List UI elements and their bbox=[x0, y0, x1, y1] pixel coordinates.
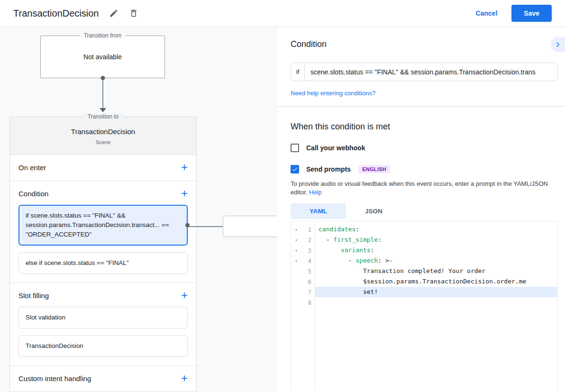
editor-gutter-row: 6 bbox=[291, 276, 315, 287]
slot-item[interactable]: TransactionDecision bbox=[18, 335, 188, 357]
scene-name: TransactionDecision bbox=[18, 128, 189, 136]
transition-from-node[interactable]: Transition from Not available bbox=[40, 36, 165, 78]
if-label: if bbox=[291, 63, 305, 81]
editor-line[interactable] bbox=[315, 297, 557, 308]
fold-toggle-icon[interactable]: ▾ bbox=[291, 248, 301, 253]
panel-title: Condition bbox=[291, 27, 558, 49]
yaml-text: - bbox=[319, 236, 333, 243]
webhook-label: Call your webhook bbox=[306, 144, 365, 152]
condition-item-selected[interactable]: if scene.slots.status == "FINAL" && sess… bbox=[18, 205, 188, 246]
chevron-right-icon bbox=[554, 40, 562, 49]
editor-line[interactable]: variants: bbox=[315, 245, 557, 255]
webhook-checkbox[interactable] bbox=[291, 144, 299, 152]
editor-code[interactable]: candidates: - first_simple: variants: - … bbox=[315, 221, 557, 390]
collapse-panel-button[interactable] bbox=[551, 37, 565, 52]
check-icon bbox=[292, 166, 298, 173]
webhook-row: Call your webhook bbox=[291, 144, 558, 152]
editor-line[interactable]: - first_simple: bbox=[315, 235, 557, 245]
add-custom-intent-button[interactable]: + bbox=[181, 374, 188, 383]
tab-json[interactable]: JSON bbox=[346, 203, 401, 219]
condition-expression-group: if bbox=[291, 63, 558, 81]
save-button[interactable]: Save bbox=[511, 5, 552, 22]
slot-item-text: TransactionDecision bbox=[26, 342, 83, 349]
line-number: 3 bbox=[301, 247, 315, 254]
line-number: 2 bbox=[301, 237, 315, 244]
yaml-editor[interactable]: ▾1▾2▾3▾45678 candidates: - first_simple:… bbox=[291, 221, 558, 390]
yaml-text: set! bbox=[319, 288, 378, 295]
editor-line[interactable]: set! bbox=[315, 287, 557, 297]
on-enter-header: On enter + bbox=[18, 163, 188, 172]
slot-filling-label: Slot filling bbox=[18, 292, 49, 300]
editor-gutter-row: 7 bbox=[291, 287, 315, 297]
editor-gutter: ▾1▾2▾3▾45678 bbox=[291, 221, 315, 390]
yaml-key: first_simple bbox=[333, 236, 378, 243]
line-number: 5 bbox=[301, 268, 315, 275]
scene-type: Scene bbox=[18, 139, 189, 145]
editor-gutter-row: ▾2 bbox=[291, 235, 315, 245]
yaml-text: : bbox=[355, 226, 359, 233]
fold-toggle-icon[interactable]: ▾ bbox=[291, 227, 301, 232]
editor-line[interactable]: $session.params.TransactionDecision.orde… bbox=[315, 276, 557, 287]
condition-detail-panel: Condition if Need help entering conditio… bbox=[277, 27, 565, 392]
transition-to-label: Transition to bbox=[84, 113, 123, 120]
condition-help-link[interactable]: Need help entering conditions? bbox=[291, 90, 375, 97]
yaml-text: $session.params.TransactionDecision.orde… bbox=[319, 278, 526, 285]
yaml-key: candidates bbox=[319, 226, 355, 233]
yaml-text bbox=[319, 246, 341, 254]
scene-node-header[interactable]: TransactionDecision Scene bbox=[10, 117, 196, 155]
panel-divider bbox=[277, 106, 565, 107]
slot-filling-header: Slot filling + bbox=[18, 291, 188, 300]
editor-tabs: YAML JSON bbox=[291, 203, 558, 219]
condition-text: else if scene.slots.status == "FINAL" bbox=[26, 259, 128, 266]
editor-gutter-row: 8 bbox=[291, 297, 315, 308]
condition-item[interactable]: else if scene.slots.status == "FINAL" bbox=[18, 252, 188, 274]
custom-intent-section: Custom intent handling + bbox=[10, 365, 196, 392]
editor-line[interactable]: - speech: >- bbox=[315, 255, 557, 266]
transition-target-node[interactable] bbox=[223, 216, 277, 237]
editor-gutter-row: ▾4 bbox=[291, 255, 315, 266]
on-enter-label: On enter bbox=[18, 164, 46, 172]
condition-label: Condition bbox=[18, 190, 48, 198]
send-prompts-checkbox[interactable] bbox=[291, 165, 299, 173]
editor-line[interactable]: Transaction completed! Your order bbox=[315, 266, 557, 276]
transition-from-label: Transition from bbox=[80, 32, 126, 39]
pencil-icon bbox=[109, 9, 118, 18]
cancel-button[interactable]: Cancel bbox=[475, 9, 497, 17]
fold-toggle-icon[interactable]: ▾ bbox=[291, 258, 301, 264]
yaml-text: : bbox=[371, 246, 374, 254]
condition-help-row: Need help entering conditions? bbox=[291, 89, 558, 97]
add-on-enter-button[interactable]: + bbox=[181, 163, 188, 172]
condition-connector-line bbox=[189, 226, 223, 227]
custom-intent-header: Custom intent handling + bbox=[18, 374, 188, 383]
line-number: 8 bbox=[301, 299, 315, 306]
yaml-text: : bbox=[378, 236, 382, 243]
add-slot-button[interactable]: + bbox=[181, 291, 188, 300]
header: TransactionDecision Cancel Save bbox=[0, 0, 565, 27]
line-number: 6 bbox=[301, 278, 315, 285]
yaml-text: : >- bbox=[378, 257, 392, 264]
condition-header: Condition + bbox=[18, 189, 188, 198]
editor-gutter-row: ▾1 bbox=[291, 224, 315, 235]
custom-intent-label: Custom intent handling bbox=[18, 374, 91, 383]
prompt-description: To provide audio or visual feedback when… bbox=[291, 180, 554, 197]
fold-toggle-icon[interactable]: ▾ bbox=[291, 237, 301, 243]
on-enter-section: On enter + bbox=[10, 155, 196, 181]
slot-item[interactable]: Slot validation bbox=[18, 307, 188, 328]
editor-line[interactable]: candidates: bbox=[315, 224, 557, 235]
tab-yaml[interactable]: YAML bbox=[291, 203, 346, 219]
condition-text: if scene.slots.status == "FINAL" && sess… bbox=[26, 212, 169, 238]
line-number: 1 bbox=[301, 226, 315, 233]
panel-content: Condition if Need help entering conditio… bbox=[277, 27, 565, 392]
delete-scene-button[interactable] bbox=[129, 9, 138, 18]
add-condition-button[interactable]: + bbox=[181, 189, 188, 198]
edit-title-button[interactable] bbox=[109, 9, 118, 18]
condition-expression-input[interactable] bbox=[305, 63, 557, 81]
send-prompts-label: Send prompts bbox=[306, 165, 351, 173]
editor-gutter-row: ▾3 bbox=[291, 245, 315, 255]
description-text: To provide audio or visual feedback when… bbox=[291, 180, 548, 196]
help-link[interactable]: Help bbox=[309, 189, 322, 196]
page-title: TransactionDecision bbox=[13, 8, 99, 19]
yaml-key: speech bbox=[355, 257, 378, 264]
connector-dot bbox=[100, 76, 105, 80]
slot-filling-section: Slot filling + Slot validation Transacti… bbox=[10, 283, 196, 365]
